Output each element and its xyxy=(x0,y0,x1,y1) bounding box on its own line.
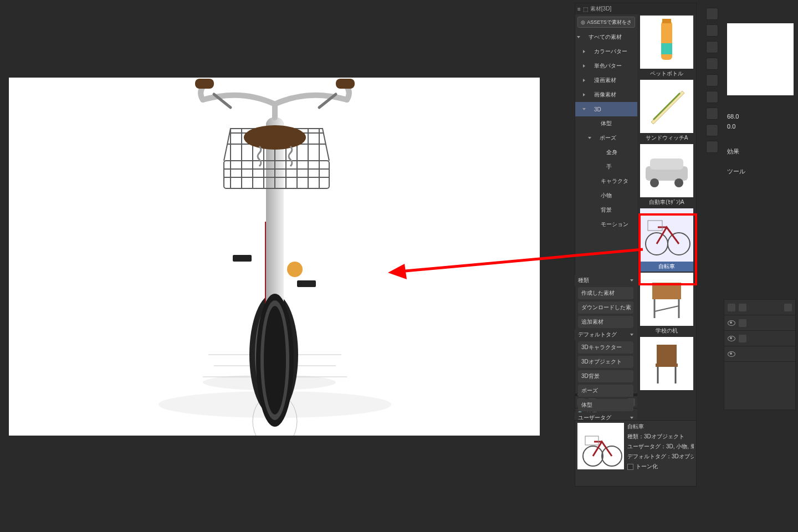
material-detail-panel: 自転車 種類：3Dオブジェクト ユーザータグ：3D, 小物, 乗り物 デフォルト… xyxy=(575,420,697,487)
default-tag-1[interactable]: 3Dオブジェクト xyxy=(578,356,633,368)
label-effect: 効果 xyxy=(727,147,739,156)
cube-icon: ⬚ xyxy=(583,6,588,12)
svg-rect-16 xyxy=(336,79,355,89)
tree-item-12[interactable]: 背景 xyxy=(575,203,637,217)
tree-item-3[interactable]: 漫画素材 xyxy=(575,73,637,88)
cloud-icon: ◎ xyxy=(581,19,585,25)
tool-icon-6[interactable] xyxy=(706,91,718,103)
section-type-header[interactable]: 種類 xyxy=(575,275,637,286)
svg-point-7 xyxy=(287,262,303,277)
layer-tool-a[interactable] xyxy=(728,304,735,311)
tool-icon-4[interactable] xyxy=(706,58,718,70)
tool-icon-9[interactable] xyxy=(706,141,718,153)
tree-item-4[interactable]: 画像素材 xyxy=(575,88,637,102)
layer-panel xyxy=(724,299,796,410)
layer-toolbar xyxy=(724,300,795,315)
tree-item-8[interactable]: 全身 xyxy=(575,145,637,160)
eye-icon[interactable] xyxy=(728,320,735,326)
tree-item-10[interactable]: キャラクタ xyxy=(575,174,637,188)
tree-item-7[interactable]: ポーズ xyxy=(575,131,637,145)
type-tag-0[interactable]: 作成した素材 xyxy=(578,287,633,299)
svg-rect-30 xyxy=(648,221,662,231)
tool-icon-2[interactable] xyxy=(706,24,718,37)
svg-point-14 xyxy=(244,125,306,150)
type-tag-1[interactable]: ダウンロードした素 xyxy=(578,301,633,314)
svg-point-27 xyxy=(674,178,683,187)
eye-icon[interactable] xyxy=(728,351,735,357)
material-panel-title: ≡ ⬚ 素材[3D] xyxy=(575,3,696,14)
value-readouts: 68.0 0.0 xyxy=(727,113,739,133)
layer-row-2[interactable] xyxy=(724,331,795,346)
eye-icon[interactable] xyxy=(728,336,735,341)
section-default-header[interactable]: デフォルトタグ xyxy=(575,329,637,340)
default-tag-2[interactable]: 3D背景 xyxy=(578,370,633,382)
value-1: 68.0 xyxy=(727,113,739,123)
tree-item-9[interactable]: 手 xyxy=(575,160,637,174)
tree-item-6[interactable]: 体型 xyxy=(575,116,637,131)
detail-deftag: デフォルトタグ：3Dオブジェク xyxy=(627,453,694,461)
assets-button-label: ASSETSで素材をさ xyxy=(587,19,632,26)
navigator-preview[interactable] xyxy=(727,23,794,95)
svg-line-23 xyxy=(653,93,680,120)
detail-tone-label: トーン化 xyxy=(636,463,658,470)
detail-name: 自転車 xyxy=(627,423,694,431)
svg-rect-31 xyxy=(652,283,681,299)
tree-item-2[interactable]: 単色パター xyxy=(575,59,637,73)
svg-rect-35 xyxy=(657,345,677,365)
canvas-viewport[interactable] xyxy=(9,78,540,436)
default-tag-4[interactable]: 体型 xyxy=(578,399,633,411)
layer-thumb-icon xyxy=(739,319,746,327)
right-icon-column xyxy=(706,8,720,153)
tool-icon-1[interactable] xyxy=(706,8,718,20)
tree-item-1[interactable]: カラーパター xyxy=(575,44,637,59)
tag-panel: 種類 作成した素材ダウンロードした素追加素材 デフォルトタグ 3Dキャラクター3… xyxy=(575,275,637,423)
thumb-item-3[interactable]: 自転車 xyxy=(640,208,693,272)
detail-tone-checkbox[interactable]: トーン化 xyxy=(627,463,694,470)
thumb-item-0[interactable]: ペットボトル xyxy=(640,16,693,79)
thumb-item-1[interactable]: サンドウィッチA xyxy=(640,80,693,143)
section-type-label: 種類 xyxy=(578,277,589,284)
svg-rect-15 xyxy=(195,79,214,89)
svg-point-26 xyxy=(650,178,659,187)
type-tag-2[interactable]: 追加素材 xyxy=(578,316,633,328)
thumb-item-4[interactable]: 学校の机 xyxy=(640,273,693,336)
svg-point-12 xyxy=(264,306,286,415)
thumb-item-5[interactable] xyxy=(640,337,693,400)
svg-rect-21 xyxy=(662,19,671,23)
layer-tool-b[interactable] xyxy=(739,304,746,311)
label-tool: ツール xyxy=(727,167,745,176)
svg-rect-41 xyxy=(585,436,598,445)
tree-item-5[interactable]: 3D xyxy=(575,102,637,116)
default-tag-0[interactable]: 3Dキャラクター xyxy=(578,341,633,354)
default-tag-3[interactable]: ポーズ xyxy=(578,385,633,397)
section-default-label: デフォルトタグ xyxy=(578,331,617,339)
svg-rect-25 xyxy=(650,158,683,170)
panel-title-label: 素材[3D] xyxy=(590,5,611,13)
svg-rect-9 xyxy=(297,280,316,287)
tool-icon-5[interactable] xyxy=(706,74,718,86)
material-thumbnails: ペットボトルサンドウィッチA自動車(ｾﾀﾞﾝ)A自転車学校の机 xyxy=(637,14,696,420)
svg-line-34 xyxy=(654,306,679,311)
layer-thumb-icon xyxy=(739,335,746,342)
tool-icon-8[interactable] xyxy=(706,124,718,136)
detail-kind: 種類：3Dオブジェクト xyxy=(627,433,694,441)
svg-rect-38 xyxy=(656,364,678,367)
svg-marker-22 xyxy=(651,91,684,124)
assets-search-button[interactable]: ◎ ASSETSで素材をさ xyxy=(577,17,635,28)
svg-rect-8 xyxy=(233,255,252,262)
detail-thumbnail xyxy=(577,423,624,469)
layer-tool-c[interactable] xyxy=(784,304,792,311)
layer-row-3[interactable] xyxy=(724,346,795,362)
thumb-item-2[interactable]: 自動車(ｾﾀﾞﾝ)A xyxy=(640,144,693,207)
value-2: 0.0 xyxy=(727,123,739,133)
tree-item-11[interactable]: 小物 xyxy=(575,188,637,203)
svg-rect-20 xyxy=(661,43,672,54)
tool-icon-3[interactable] xyxy=(706,41,718,53)
tree-item-0[interactable]: すべての素材 xyxy=(575,30,637,44)
tree-item-13[interactable]: モーション xyxy=(575,217,637,232)
bicycle-render xyxy=(9,78,540,436)
layer-row-1[interactable] xyxy=(724,315,795,331)
tool-icon-7[interactable] xyxy=(706,108,718,120)
detail-usertag: ユーザータグ：3D, 小物, 乗り物 xyxy=(627,443,694,451)
